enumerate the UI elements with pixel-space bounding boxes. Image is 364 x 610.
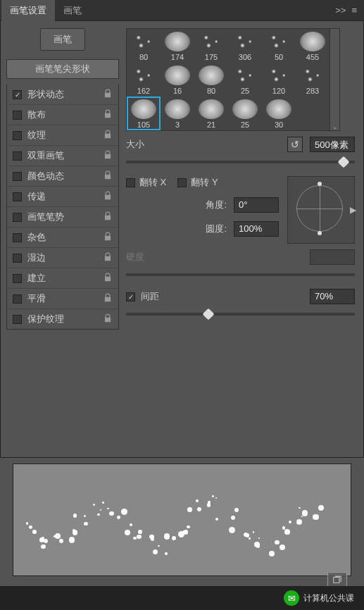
lock-icon[interactable] bbox=[103, 130, 113, 142]
option-6[interactable]: 画笔笔势 bbox=[7, 207, 118, 228]
option-11[interactable]: 保护纹理 bbox=[7, 309, 118, 329]
option-checkbox[interactable] bbox=[13, 233, 22, 242]
brush-preset[interactable]: 25 bbox=[228, 63, 262, 97]
brush-preset[interactable]: 306 bbox=[228, 29, 262, 63]
option-checkbox[interactable] bbox=[13, 274, 22, 283]
option-7[interactable]: 杂色 bbox=[7, 228, 118, 248]
lock-icon[interactable] bbox=[103, 211, 113, 223]
sidebar: 画笔 画笔笔尖形状 形状动态散布纹理双重画笔颜色动态传递画笔笔势杂色湿边建立平滑… bbox=[6, 28, 119, 450]
spacing-slider[interactable] bbox=[126, 313, 355, 316]
brush-preset-grid: 8017417530650455162168025120283105321253… bbox=[126, 28, 330, 131]
option-checkbox[interactable] bbox=[13, 90, 22, 99]
option-checkbox[interactable] bbox=[13, 172, 22, 181]
hardness-input bbox=[310, 249, 355, 265]
size-label: 大小 bbox=[126, 138, 153, 151]
lock-icon[interactable] bbox=[103, 293, 113, 305]
brush-preset[interactable]: 455 bbox=[296, 29, 330, 63]
options-list: 形状动态散布纹理双重画笔颜色动态传递画笔笔势杂色湿边建立平滑保护纹理 bbox=[6, 85, 119, 330]
option-checkbox[interactable] bbox=[13, 315, 22, 324]
lock-icon[interactable] bbox=[103, 109, 113, 121]
spacing-checkbox[interactable]: 间距 bbox=[126, 290, 159, 303]
brush-preset[interactable]: 30 bbox=[262, 97, 296, 130]
option-checkbox[interactable] bbox=[13, 294, 22, 304]
option-checkbox[interactable] bbox=[13, 151, 22, 161]
brush-preset[interactable]: 16 bbox=[161, 63, 194, 97]
option-label: 颜色动态 bbox=[27, 170, 97, 182]
option-label: 保护纹理 bbox=[27, 313, 97, 325]
roundness-input[interactable]: 100% bbox=[234, 221, 279, 237]
brush-preset[interactable]: 120 bbox=[262, 63, 296, 97]
lock-icon[interactable] bbox=[103, 89, 113, 101]
hardness-slider bbox=[126, 273, 355, 276]
option-label: 画笔笔势 bbox=[27, 211, 97, 223]
option-9[interactable]: 建立 bbox=[7, 268, 118, 289]
tab-brush[interactable]: 画笔 bbox=[55, 0, 90, 21]
brush-grid-scrollbar[interactable]: ⌄ bbox=[330, 28, 340, 131]
lock-icon[interactable] bbox=[103, 273, 113, 285]
option-8[interactable]: 湿边 bbox=[7, 248, 118, 268]
brush-preset[interactable]: 50 bbox=[262, 29, 296, 63]
brush-preset[interactable]: 21 bbox=[194, 97, 228, 130]
lock-icon[interactable] bbox=[103, 170, 113, 182]
option-checkbox[interactable] bbox=[13, 213, 22, 222]
brush-preset[interactable]: 174 bbox=[161, 29, 194, 63]
option-label: 纹理 bbox=[27, 129, 97, 142]
watermark-text: 计算机公共课 bbox=[303, 592, 354, 604]
option-checkbox[interactable] bbox=[13, 254, 22, 263]
option-0[interactable]: 形状动态 bbox=[7, 85, 118, 105]
lock-icon[interactable] bbox=[103, 313, 113, 325]
option-checkbox[interactable] bbox=[13, 192, 22, 201]
spacing-label: 间距 bbox=[141, 290, 159, 303]
option-checkbox[interactable] bbox=[13, 111, 22, 120]
brush-button[interactable]: 画笔 bbox=[40, 28, 85, 51]
size-input[interactable]: 500像素 bbox=[310, 137, 355, 152]
collapse-icon[interactable]: >> bbox=[335, 5, 346, 15]
option-label: 平滑 bbox=[27, 292, 97, 305]
option-label: 杂色 bbox=[27, 231, 97, 244]
option-checkbox[interactable] bbox=[13, 131, 22, 140]
brush-preset[interactable]: 162 bbox=[127, 63, 161, 97]
brush-preset[interactable]: 283 bbox=[296, 63, 330, 97]
flip-x-checkbox[interactable]: 翻转 X bbox=[126, 176, 166, 189]
flip-y-label: 翻转 Y bbox=[191, 176, 218, 189]
angle-label: 角度: bbox=[196, 199, 227, 211]
option-label: 建立 bbox=[27, 272, 97, 285]
option-10[interactable]: 平滑 bbox=[7, 289, 118, 309]
lock-icon[interactable] bbox=[103, 191, 113, 203]
brush-preset[interactable]: 25 bbox=[228, 97, 262, 130]
roundness-label: 圆度: bbox=[196, 223, 227, 235]
brush-tip-shape-header[interactable]: 画笔笔尖形状 bbox=[6, 59, 119, 79]
option-label: 散布 bbox=[27, 108, 97, 121]
option-1[interactable]: 散布 bbox=[7, 105, 118, 125]
flip-y-checkbox[interactable]: 翻转 Y bbox=[177, 176, 218, 189]
tab-brush-settings[interactable]: 画笔设置 bbox=[1, 0, 55, 21]
brush-preset[interactable]: 105 bbox=[127, 97, 161, 130]
menu-icon[interactable]: ≡ bbox=[351, 5, 357, 15]
option-4[interactable]: 颜色动态 bbox=[7, 166, 118, 187]
hardness-label: 硬度 bbox=[126, 251, 153, 263]
angle-direction-widget[interactable]: ▶ bbox=[287, 176, 355, 244]
brush-preset[interactable]: 80 bbox=[127, 29, 161, 63]
spacing-input[interactable]: 70% bbox=[310, 289, 355, 304]
watermark-footer: ✉ 计算机公共课 bbox=[0, 586, 364, 610]
option-5[interactable]: 传递 bbox=[7, 187, 118, 207]
option-label: 形状动态 bbox=[27, 88, 97, 101]
size-slider[interactable] bbox=[126, 161, 355, 163]
option-label: 双重画笔 bbox=[27, 149, 97, 162]
option-label: 传递 bbox=[27, 190, 97, 203]
lock-icon[interactable] bbox=[103, 150, 113, 162]
reset-size-icon[interactable]: ↺ bbox=[287, 137, 303, 152]
option-2[interactable]: 纹理 bbox=[7, 125, 118, 146]
brush-preset[interactable]: 80 bbox=[194, 63, 228, 97]
option-label: 湿边 bbox=[27, 251, 97, 264]
wechat-icon: ✉ bbox=[284, 590, 299, 606]
lock-icon[interactable] bbox=[103, 252, 113, 264]
option-3[interactable]: 双重画笔 bbox=[7, 146, 118, 166]
brush-stroke-preview bbox=[13, 463, 351, 576]
brush-preset[interactable]: 3 bbox=[161, 97, 194, 130]
panel-tabbar: 画笔设置 画笔 >> ≡ bbox=[0, 0, 364, 21]
flip-x-label: 翻转 X bbox=[139, 176, 166, 189]
brush-preset[interactable]: 175 bbox=[194, 29, 228, 63]
lock-icon[interactable] bbox=[103, 232, 113, 244]
angle-input[interactable]: 0° bbox=[234, 197, 279, 213]
